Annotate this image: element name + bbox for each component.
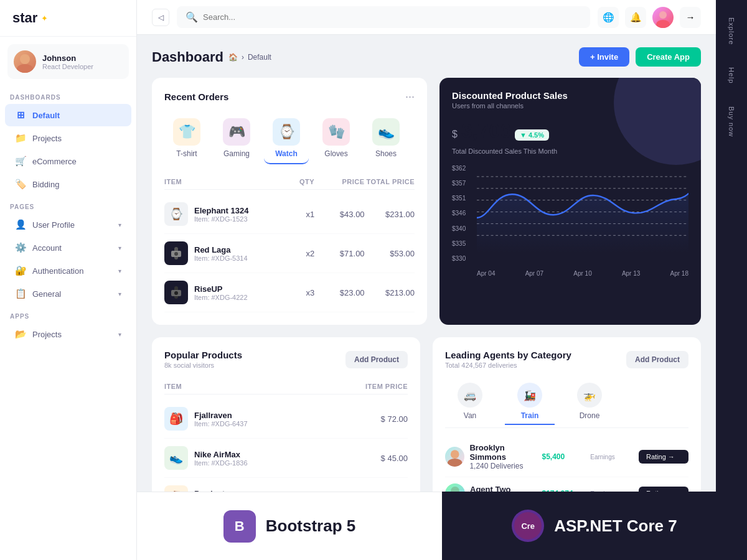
breadcrumb-home-icon: 🏠: [228, 53, 238, 62]
card-title-recent-orders: Recent Orders: [164, 91, 228, 102]
product-info: 🎒 Fjallraven Item: #XDG-6437: [164, 407, 327, 431]
orders-table-header: ITEM QTY PRICE TOTAL PRICE: [164, 174, 415, 190]
section-label-apps: APPS: [0, 306, 136, 322]
col-item: ITEM: [164, 178, 265, 185]
product-name: Nike AirMax: [194, 450, 248, 459]
svg-point-9: [174, 291, 178, 295]
product-image: 🎒: [164, 407, 188, 431]
page-content: Dashboard 🏠 › Default + Invite Create Ap…: [137, 35, 716, 560]
search-icon: 🔍: [186, 11, 198, 23]
sidebar-item-bidding[interactable]: 🏷️ Bidding: [5, 173, 131, 195]
user-info: Johnson React Developer: [42, 54, 93, 70]
col-price: ITEM PRICE: [327, 383, 408, 390]
order-row-2: Red Laga Item: #XDG-5314 x2 $71.00 $53.0…: [164, 234, 415, 273]
item-price: $23.00: [314, 288, 364, 297]
chevron-down-icon: ▾: [118, 245, 121, 251]
sidebar-item-default[interactable]: ⊞ Default: [5, 104, 131, 126]
y-label-1: $362: [452, 165, 466, 172]
user-profile-card[interactable]: Johnson React Developer: [7, 44, 129, 79]
product-row-2: 👟 Nike AirMax Item: #XDG-1836 $ 45.00: [164, 439, 408, 478]
agent-row-1: Brooklyn Simmons 1,240 Deliveries $5,400…: [445, 437, 688, 477]
buy-now-text[interactable]: Buy now: [728, 101, 735, 142]
sidebar-item-authentication[interactable]: 🔐 Authentication ▾: [5, 259, 131, 282]
agents-title: Leading Agents by Category: [445, 350, 571, 360]
tab-gloves[interactable]: 🧤 Gloves: [314, 113, 359, 164]
sidebar-item-ecommerce[interactable]: 🛒 eCommerce: [5, 150, 131, 172]
agents-header: Leading Agents by Category Total 424,567…: [445, 350, 688, 369]
col-total: TOTAL PRICE: [365, 178, 415, 185]
sidebar-item-projects-app[interactable]: 📂 Projects ▾: [5, 323, 131, 345]
search-input[interactable]: [203, 12, 581, 22]
sidebar-item-user-profile[interactable]: 👤 User Profile ▾: [5, 213, 131, 236]
product-info: 👟 Nike AirMax Item: #XDG-1836: [164, 446, 327, 470]
asp-overlay: Cre ASP.NET Core 7: [442, 492, 747, 560]
drone-label: Drone: [580, 411, 600, 420]
asp-logo-inner: Cre: [514, 512, 542, 539]
item-info: RiseUP Item: #XDG-4222: [164, 281, 265, 304]
tag-icon: 🏷️: [15, 179, 26, 190]
page-header: Dashboard 🏠 › Default + Invite Create Ap…: [152, 47, 701, 67]
arrow-right-icon-button[interactable]: →: [680, 7, 701, 28]
item-details: RiseUP Item: #XDG-4222: [194, 284, 248, 301]
x-label-2: Apr 07: [525, 270, 543, 277]
tab-label: Watch: [275, 149, 298, 158]
tab-label: Gloves: [324, 149, 347, 158]
explore-text[interactable]: Explore: [728, 12, 735, 50]
sidebar-item-account[interactable]: ⚙️ Account ▾: [5, 236, 131, 259]
page-title: Dashboard: [152, 49, 223, 65]
tshirt-icon: 👕: [173, 118, 200, 146]
asp-logo-icon: Cre: [512, 510, 544, 542]
sidebar-item-projects[interactable]: 📁 Projects: [5, 127, 131, 149]
dashboard-grid: Recent Orders ··· 👕 T-shirt 🎮 Gaming: [152, 78, 701, 325]
item-qty: x2: [265, 249, 314, 258]
section-label-dashboards: DASHBOARDS: [0, 86, 136, 103]
sidebar-item-general[interactable]: 📋 General ▾: [5, 282, 131, 305]
item-qty: x3: [265, 288, 314, 297]
folder-icon: 📁: [15, 133, 26, 144]
agent-earnings: $5,400: [542, 452, 591, 461]
globe-icon-button[interactable]: 🌐: [598, 7, 619, 28]
agent-tab-train[interactable]: 🚂 Train: [505, 379, 555, 425]
agent-tab-van[interactable]: 🚐 Van: [445, 379, 495, 425]
agent-tab-drone[interactable]: 🚁 Drone: [565, 379, 614, 425]
item-total: $53.00: [365, 249, 415, 258]
van-label: Van: [464, 411, 476, 420]
add-product-button[interactable]: Add Product: [345, 351, 408, 368]
sidebar-section-pages: PAGES 👤 User Profile ▾ ⚙️ Account ▾ 🔐 Au…: [0, 196, 136, 306]
agent-category-tabs: 🚐 Van 🚂 Train 🚁 Drone: [445, 379, 688, 428]
item-image: [164, 241, 188, 265]
collapse-sidebar-button[interactable]: ◁: [152, 9, 169, 26]
help-text[interactable]: Help: [728, 62, 735, 89]
y-label-3: $351: [452, 195, 466, 202]
recent-orders-header: Recent Orders ···: [164, 90, 415, 103]
item-name: Red Laga: [194, 245, 248, 254]
sidebar-item-label: Default: [32, 111, 60, 120]
tab-shoes[interactable]: 👟 Shoes: [364, 113, 408, 164]
rating-button[interactable]: Rating →: [639, 450, 688, 464]
recent-orders-menu-icon[interactable]: ···: [405, 90, 415, 103]
logo-star: ✦: [41, 14, 48, 23]
sales-number: 3,706: [461, 119, 511, 142]
header-avatar[interactable]: [652, 7, 674, 28]
home-icon: ⊞: [15, 110, 26, 121]
invite-button[interactable]: + Invite: [579, 47, 629, 67]
tab-tshirt[interactable]: 👕 T-shirt: [164, 113, 209, 164]
lock-icon: 🔐: [15, 265, 26, 276]
notification-icon-button[interactable]: 🔔: [625, 7, 646, 28]
item-name: Elephant 1324: [194, 206, 248, 215]
y-label-7: $330: [452, 255, 466, 262]
item-image: ⌚: [164, 202, 188, 226]
agents-add-button[interactable]: Add Product: [626, 351, 688, 368]
create-app-button[interactable]: Create App: [636, 47, 701, 67]
tab-watch[interactable]: ⌚ Watch: [264, 113, 309, 164]
bootstrap-overlay: B Bootstrap 5: [137, 492, 442, 560]
tab-gaming[interactable]: 🎮 Gaming: [214, 113, 259, 164]
bootstrap-logo-icon: B: [223, 510, 256, 543]
sidebar-item-label: eCommerce: [32, 157, 77, 166]
agent-details: Brooklyn Simmons 1,240 Deliveries: [469, 443, 542, 470]
sales-title-area: Discounted Product Sales Users from all …: [452, 90, 568, 110]
svg-point-6: [174, 252, 178, 256]
agent-deliveries: 1,240 Deliveries: [469, 462, 542, 470]
chevron-down-icon: ▾: [118, 291, 121, 297]
sidebar-item-label: Account: [32, 243, 62, 253]
